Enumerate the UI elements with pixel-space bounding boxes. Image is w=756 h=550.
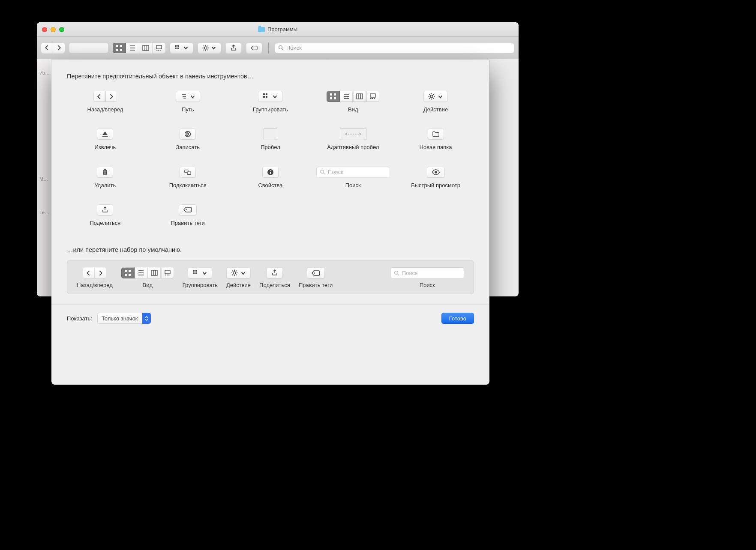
chevron-updown-icon (142, 313, 151, 324)
footer-divider (51, 305, 489, 305)
toolbar-items-grid: Назад/вперед Путь Группировать Вид (67, 90, 474, 227)
column-view-button[interactable] (139, 43, 153, 53)
svg-point-28 (279, 46, 282, 49)
folder-icon (258, 27, 265, 32)
item-eject[interactable]: Извлечь (67, 128, 144, 151)
item-group[interactable]: Группировать (232, 90, 309, 113)
item-tags[interactable]: Править теги (150, 203, 226, 227)
window-title: Программы (37, 26, 519, 33)
minimize-window-button[interactable] (51, 27, 56, 32)
eject-icon (97, 129, 113, 140)
new-folder-icon (428, 129, 444, 140)
search-field-mock: Поиск (316, 167, 390, 178)
gear-icon (423, 91, 448, 102)
item-flexible-space[interactable]: Адаптивный пробел (315, 128, 391, 151)
svg-rect-40 (334, 97, 336, 99)
done-button[interactable]: Готово (441, 313, 474, 324)
action-button[interactable] (198, 43, 221, 53)
sidebar: Из… М… Те… (37, 59, 52, 296)
back-icon (93, 91, 105, 102)
svg-line-101 (236, 275, 237, 275)
svg-line-106 (398, 274, 399, 275)
item-space[interactable]: Пробел (232, 128, 309, 151)
item-view[interactable]: Вид (315, 90, 391, 113)
svg-line-24 (207, 49, 208, 50)
tags-button[interactable] (246, 43, 262, 53)
svg-rect-15 (177, 45, 179, 47)
svg-line-23 (204, 45, 204, 46)
item-connect[interactable]: Подключиться (150, 166, 226, 189)
icon-view-button[interactable] (113, 43, 126, 53)
svg-rect-89 (167, 275, 168, 275)
close-window-button[interactable] (42, 27, 47, 32)
svg-rect-88 (165, 275, 166, 275)
item-back-forward[interactable]: Назад/вперед (67, 90, 144, 113)
gallery-view-icon (366, 91, 379, 102)
share-button[interactable] (225, 43, 242, 53)
toolbar-divider (268, 42, 269, 54)
zoom-window-button[interactable] (59, 27, 64, 32)
svg-rect-91 (193, 270, 195, 272)
item-delete[interactable]: Удалить (67, 166, 144, 189)
item-search[interactable]: Поиск Поиск (315, 166, 391, 189)
svg-rect-14 (175, 45, 177, 47)
svg-line-26 (207, 45, 208, 46)
default-tags[interactable]: Править теги (299, 267, 333, 289)
default-view[interactable]: Вид (121, 267, 174, 289)
search-field[interactable]: Поиск (275, 43, 514, 53)
show-mode-select[interactable]: Только значок (97, 313, 151, 324)
svg-rect-16 (175, 48, 177, 49)
toolbar: Поиск (37, 37, 519, 59)
default-back-forward[interactable]: Назад/вперед (77, 267, 113, 289)
info-icon (262, 167, 279, 178)
svg-point-18 (204, 47, 207, 49)
svg-rect-78 (129, 270, 131, 272)
default-group[interactable]: Группировать (183, 267, 218, 289)
default-action[interactable]: Действие (226, 267, 251, 289)
svg-rect-60 (102, 136, 108, 137)
item-quicklook[interactable]: Быстрый просмотр (397, 166, 474, 189)
forward-button[interactable] (53, 43, 65, 53)
svg-line-103 (236, 271, 237, 272)
item-share[interactable]: Поделиться (67, 203, 144, 227)
svg-point-76 (186, 209, 187, 210)
default-toolbar-set[interactable]: Назад/вперед Вид Группировать Дейст (67, 260, 474, 294)
group-by-button[interactable] (170, 43, 193, 53)
item-burn[interactable]: Записать (150, 128, 226, 151)
svg-rect-13 (160, 50, 161, 51)
svg-rect-90 (168, 275, 170, 275)
item-new-folder[interactable]: Новая папка (397, 128, 474, 151)
svg-point-27 (252, 47, 253, 48)
toolbar-blank (69, 43, 108, 53)
item-action[interactable]: Действие (397, 90, 474, 113)
nav-back-forward[interactable] (41, 43, 65, 53)
list-view-button[interactable] (126, 43, 139, 53)
sheet-footer: Показать: Только значок Готово (67, 313, 474, 324)
item-get-info[interactable]: Свойства (232, 166, 309, 189)
tag-icon (179, 204, 197, 215)
svg-point-75 (435, 171, 437, 173)
svg-point-51 (430, 95, 433, 98)
connect-icon (180, 167, 196, 178)
trash-icon (97, 167, 113, 178)
svg-rect-12 (158, 50, 159, 51)
svg-line-102 (232, 275, 233, 275)
show-label: Показать: (67, 315, 92, 322)
svg-rect-39 (330, 97, 332, 99)
svg-point-73 (320, 170, 324, 173)
svg-point-104 (314, 272, 315, 274)
list-view-icon (340, 91, 353, 102)
svg-line-59 (433, 94, 434, 95)
default-search[interactable]: Поиск Поиск (390, 267, 464, 289)
gallery-view-button[interactable] (153, 43, 165, 53)
svg-point-95 (233, 272, 236, 274)
svg-rect-84 (151, 270, 157, 275)
item-path[interactable]: Путь (150, 90, 226, 113)
svg-rect-3 (120, 49, 122, 51)
path-icon (176, 91, 200, 102)
burn-icon (180, 129, 196, 140)
svg-rect-48 (370, 98, 372, 99)
view-switcher[interactable] (113, 43, 165, 53)
default-share[interactable]: Поделиться (259, 267, 290, 289)
back-button[interactable] (41, 43, 53, 53)
